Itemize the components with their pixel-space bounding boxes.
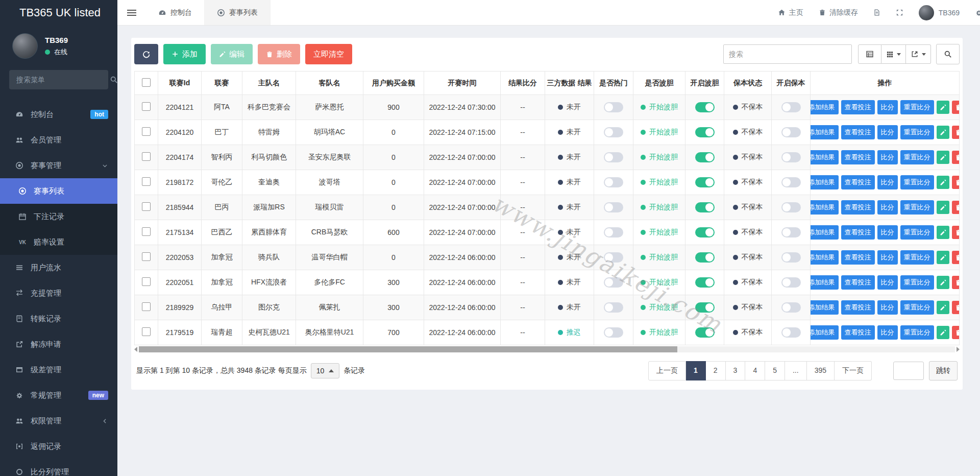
row-delete-button[interactable] — [952, 201, 960, 214]
sidebar-item-权限管理[interactable]: 权限管理 — [0, 408, 117, 434]
reset-score-button[interactable]: 重置比分 — [900, 200, 934, 215]
search-button[interactable] — [936, 44, 960, 64]
row-edit-button[interactable] — [937, 251, 949, 264]
hot-toggle[interactable] — [604, 277, 623, 288]
view-bets-button[interactable]: 查看投注 — [841, 150, 875, 164]
page-button-3[interactable]: 3 — [726, 361, 746, 380]
view-bets-button[interactable]: 查看投注 — [841, 250, 875, 265]
row-edit-button[interactable] — [937, 326, 949, 339]
hot-toggle[interactable] — [604, 327, 623, 338]
add-result-button[interactable]: 添加结果 — [811, 125, 839, 139]
view-bets-button[interactable]: 查看投注 — [841, 175, 875, 189]
bodan-toggle[interactable] — [695, 327, 715, 338]
view-bets-button[interactable]: 查看投注 — [841, 100, 875, 114]
add-result-button[interactable]: 添加结果 — [811, 325, 839, 340]
delete-button[interactable]: 删除 — [258, 44, 300, 64]
sidebar-toggle-button[interactable] — [117, 0, 146, 25]
sidebar-item-常规管理[interactable]: 常规管理new — [0, 383, 117, 408]
row-delete-button[interactable] — [952, 176, 960, 189]
fullscreen-button[interactable] — [896, 9, 903, 16]
reset-score-button[interactable]: 重置比分 — [900, 175, 934, 189]
row-edit-button[interactable] — [937, 101, 949, 114]
page-button-395[interactable]: 395 — [807, 361, 835, 380]
bodan-toggle[interactable] — [695, 252, 715, 263]
sidebar-item-下注记录[interactable]: 下注记录 — [0, 204, 117, 229]
next-page-button[interactable]: 下一页 — [835, 361, 872, 380]
reset-score-button[interactable]: 重置比分 — [900, 225, 934, 240]
row-checkbox[interactable] — [142, 277, 151, 286]
page-button-5[interactable]: 5 — [765, 361, 785, 380]
row-edit-button[interactable] — [937, 226, 949, 239]
tab-控制台[interactable]: 控制台 — [146, 0, 205, 25]
bodan-toggle[interactable] — [695, 302, 715, 313]
row-delete-button[interactable] — [952, 276, 960, 289]
bodan-toggle[interactable] — [695, 127, 715, 137]
baoben-toggle[interactable] — [781, 277, 801, 288]
row-checkbox[interactable] — [142, 127, 151, 136]
view-bets-button[interactable]: 查看投注 — [841, 325, 875, 340]
hot-toggle[interactable] — [604, 302, 623, 313]
reset-score-button[interactable]: 重置比分 — [900, 325, 934, 340]
bodan-toggle[interactable] — [695, 202, 715, 212]
add-result-button[interactable]: 添加结果 — [811, 225, 839, 240]
settings-button[interactable] — [975, 9, 980, 17]
row-edit-button[interactable] — [937, 151, 949, 164]
export-button[interactable] — [906, 44, 931, 64]
row-delete-button[interactable] — [952, 326, 960, 339]
row-checkbox[interactable] — [142, 202, 151, 211]
row-checkbox[interactable] — [142, 152, 151, 161]
home-link[interactable]: 主页 — [778, 8, 803, 17]
row-delete-button[interactable] — [952, 101, 960, 114]
score-button[interactable]: 比分 — [877, 275, 898, 290]
columns-button[interactable] — [881, 44, 906, 64]
row-checkbox[interactable] — [142, 327, 151, 336]
tab-赛事列表[interactable]: 赛事列表 — [205, 0, 271, 25]
hot-toggle[interactable] — [604, 152, 623, 162]
row-checkbox[interactable] — [142, 302, 151, 311]
reset-score-button[interactable]: 重置比分 — [900, 250, 934, 265]
reset-score-button[interactable]: 重置比分 — [900, 100, 934, 114]
hot-toggle[interactable] — [604, 127, 623, 137]
add-result-button[interactable]: 添加结果 — [811, 150, 839, 164]
sidebar-item-赛事列表[interactable]: 赛事列表 — [0, 178, 117, 204]
edit-button[interactable]: 编辑 — [211, 44, 253, 64]
row-delete-button[interactable] — [952, 301, 960, 314]
bodan-toggle[interactable] — [695, 277, 715, 288]
row-delete-button[interactable] — [952, 251, 960, 264]
view-bets-button[interactable]: 查看投注 — [841, 300, 875, 315]
scroll-left-arrow[interactable] — [134, 347, 137, 352]
hot-toggle[interactable] — [604, 252, 623, 263]
bodan-toggle[interactable] — [695, 152, 715, 162]
hot-toggle[interactable] — [604, 202, 623, 212]
scrollbar-thumb[interactable] — [139, 346, 677, 352]
sidebar-item-比分列管理[interactable]: 比分列管理 — [0, 459, 117, 476]
baoben-toggle[interactable] — [781, 227, 801, 237]
row-edit-button[interactable] — [937, 126, 949, 139]
select-all-checkbox[interactable] — [142, 78, 151, 87]
reset-score-button[interactable]: 重置比分 — [900, 275, 934, 290]
score-button[interactable]: 比分 — [877, 125, 898, 139]
baoben-toggle[interactable] — [781, 202, 801, 212]
reset-score-button[interactable]: 重置比分 — [900, 300, 934, 315]
sidebar-item-转账记录[interactable]: 转账记录 — [0, 306, 117, 331]
add-result-button[interactable]: 添加结果 — [811, 275, 839, 290]
row-checkbox[interactable] — [142, 227, 151, 236]
reset-score-button[interactable]: 重置比分 — [900, 150, 934, 164]
reset-score-button[interactable]: 重置比分 — [900, 125, 934, 139]
toggle-pagination-button[interactable] — [858, 44, 881, 64]
refresh-button[interactable] — [134, 44, 158, 64]
add-result-button[interactable]: 添加结果 — [811, 250, 839, 265]
row-edit-button[interactable] — [937, 276, 949, 289]
add-result-button[interactable]: 添加结果 — [811, 100, 839, 114]
row-edit-button[interactable] — [937, 176, 949, 189]
score-button[interactable]: 比分 — [877, 325, 898, 340]
baoben-toggle[interactable] — [781, 127, 801, 137]
file-button[interactable] — [873, 9, 880, 16]
clear-cache-button[interactable]: 清除缓存 — [819, 8, 858, 17]
row-edit-button[interactable] — [937, 201, 949, 214]
hot-toggle[interactable] — [604, 102, 623, 112]
baoben-toggle[interactable] — [781, 252, 801, 263]
scroll-right-arrow[interactable] — [957, 347, 960, 352]
sidebar-item-用户流水[interactable]: 用户流水 — [0, 255, 117, 280]
sidebar-item-解冻申请[interactable]: 解冻申请 — [0, 331, 117, 357]
